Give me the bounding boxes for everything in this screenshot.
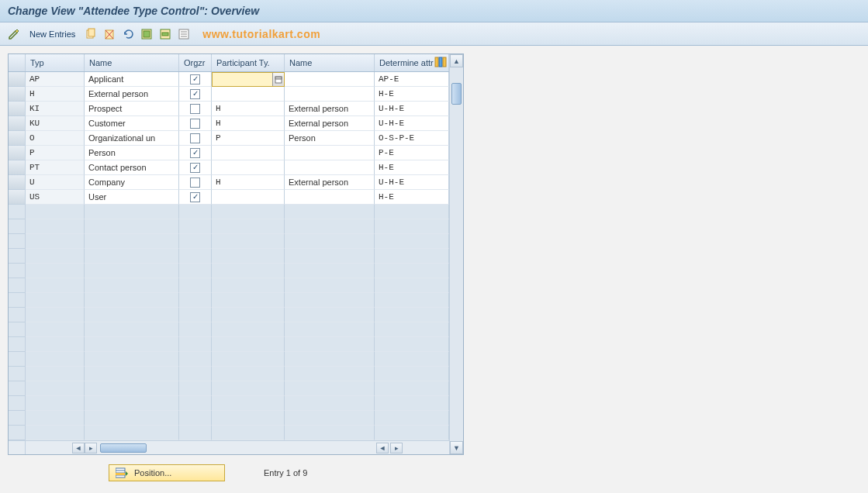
new-entries-button[interactable]: New Entries [25,28,80,40]
cell-participant-type[interactable] [212,426,285,440]
value-help-icon[interactable] [272,72,285,87]
cell-name[interactable] [85,381,179,396]
row-selector[interactable] [9,175,26,190]
cell-participant-type[interactable] [212,322,285,337]
cell-name2[interactable] [285,396,375,411]
cell-name2[interactable] [285,87,375,102]
cell-determine-attr[interactable]: U-H-E [375,116,449,131]
row-selector[interactable] [9,293,26,308]
cell-determine-attr[interactable] [375,352,449,367]
row-selector[interactable] [9,102,26,116]
cell-name[interactable] [85,278,179,293]
cell-participant-type[interactable] [212,87,285,102]
cell-name[interactable] [85,234,179,249]
row-selector[interactable] [9,337,26,352]
cell-name[interactable]: User [85,190,179,205]
vertical-scrollbar[interactable]: ▲ ▼ [449,54,463,454]
row-selector[interactable] [9,381,26,396]
cell-name2[interactable]: Person [285,131,375,146]
cell-participant-type[interactable] [212,411,285,426]
cell-participant-type[interactable] [212,381,285,396]
cell-typ[interactable] [26,264,85,278]
cell-name[interactable] [85,293,179,308]
row-selector[interactable] [9,205,26,219]
cell-name[interactable] [85,205,179,219]
col-header-name2[interactable]: Name [285,54,375,71]
cell-orgzr[interactable] [179,131,212,146]
row-selector[interactable] [9,234,26,249]
cell-typ[interactable]: O [26,131,85,146]
copy-icon[interactable] [83,26,99,42]
cell-determine-attr[interactable]: H-E [375,160,449,175]
orgzr-checkbox[interactable] [190,133,200,143]
cell-name2[interactable]: External person [285,175,375,190]
cell-orgzr[interactable] [179,72,212,87]
row-selector[interactable] [9,322,26,337]
cell-typ[interactable] [26,367,85,381]
header-selector[interactable] [9,54,26,71]
cell-name[interactable] [85,411,179,426]
cell-orgzr[interactable] [179,278,212,293]
cell-participant-type[interactable]: H [212,102,285,116]
cell-typ[interactable]: H [26,87,85,102]
cell-name[interactable] [85,219,179,234]
cell-typ[interactable] [26,426,85,440]
cell-determine-attr[interactable] [375,381,449,396]
delete-icon[interactable] [102,26,117,42]
cell-orgzr[interactable] [179,411,212,426]
orgzr-checkbox[interactable] [190,148,200,158]
hscroll-right-icon[interactable]: ◄ [376,443,389,453]
vscroll-up-icon[interactable]: ▲ [450,54,463,67]
cell-determine-attr[interactable]: U-H-E [375,102,449,116]
col-header-participant-type[interactable]: Participant Ty. [212,54,285,71]
row-selector[interactable] [9,426,26,440]
cell-name[interactable] [85,426,179,440]
orgzr-checkbox[interactable] [190,89,200,99]
cell-name2[interactable] [285,308,375,322]
hscroll-left2-icon[interactable]: ▸ [85,443,97,453]
cell-orgzr[interactable] [179,146,212,160]
cell-participant-type[interactable] [212,337,285,352]
cell-name2[interactable] [285,426,375,440]
cell-name2[interactable] [285,352,375,367]
cell-name[interactable]: Person [85,146,179,160]
cell-participant-type[interactable] [212,219,285,234]
cell-determine-attr[interactable] [375,278,449,293]
cell-orgzr[interactable] [179,102,212,116]
cell-determine-attr[interactable] [375,219,449,234]
orgzr-checkbox[interactable] [190,119,200,129]
cell-name2[interactable] [285,411,375,426]
cell-name2[interactable] [285,278,375,293]
cell-participant-type[interactable] [212,72,285,87]
orgzr-checkbox[interactable] [190,178,200,188]
cell-orgzr[interactable] [179,175,212,190]
cell-name2[interactable] [285,381,375,396]
cell-name2[interactable]: External person [285,116,375,131]
cell-name2[interactable] [285,72,375,87]
cell-typ[interactable]: KU [26,116,85,131]
orgzr-checkbox[interactable] [190,104,200,114]
cell-determine-attr[interactable]: U-H-E [375,175,449,190]
cell-name[interactable] [85,264,179,278]
cell-name2[interactable] [285,234,375,249]
cell-name[interactable] [85,396,179,411]
cell-typ[interactable] [26,322,85,337]
cell-orgzr[interactable] [179,160,212,175]
col-header-name[interactable]: Name [85,54,179,71]
cell-determine-attr[interactable] [375,322,449,337]
cell-participant-type[interactable] [212,367,285,381]
cell-determine-attr[interactable]: H-E [375,87,449,102]
cell-participant-type[interactable]: P [212,131,285,146]
position-button[interactable]: Position... [109,464,225,481]
cell-orgzr[interactable] [179,337,212,352]
row-selector[interactable] [9,264,26,278]
cell-typ[interactable] [26,352,85,367]
cell-participant-type[interactable] [212,160,285,175]
cell-participant-type[interactable] [212,234,285,249]
cell-name2[interactable] [285,249,375,264]
cell-name[interactable] [85,249,179,264]
cell-determine-attr[interactable] [375,411,449,426]
cell-name2[interactable] [285,160,375,175]
cell-orgzr[interactable] [179,322,212,337]
cell-determine-attr[interactable]: H-E [375,190,449,205]
